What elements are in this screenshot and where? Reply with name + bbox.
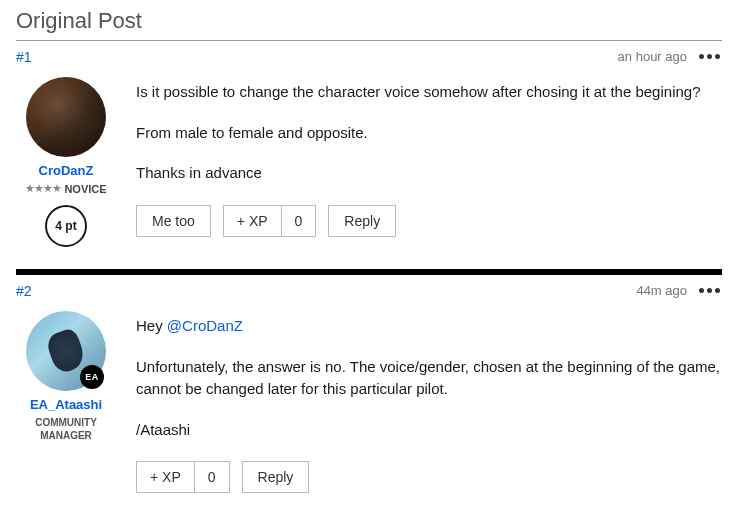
more-options-icon[interactable] [697,52,722,61]
post-header: #1 an hour ago [16,49,722,65]
post-paragraph: Thanks in advance [136,162,722,185]
xp-button[interactable]: + XP [223,205,282,237]
post-actions: Me too + XP 0 Reply [136,205,722,237]
xp-button[interactable]: + XP [136,461,195,493]
reply-button[interactable]: Reply [328,205,396,237]
post: EA EA_Ataashi COMMUNITY MANAGER Hey @Cro… [16,305,722,507]
greeting-text: Hey [136,317,167,334]
author-sidebar: CroDanZ ★★★★ NOVICE 4 pt [16,77,116,247]
post-paragraph: Unfortunately, the answer is no. The voi… [136,356,722,401]
post-paragraph: /Ataashi [136,419,722,442]
username-link[interactable]: EA_Ataashi [30,397,102,412]
role-label: COMMUNITY MANAGER [16,416,116,442]
post-divider [16,269,722,275]
post-paragraph: From male to female and opposite. [136,122,722,145]
post-paragraph: Is it possible to change the character v… [136,81,722,104]
ea-badge-icon: EA [80,365,104,389]
reply-button[interactable]: Reply [242,461,310,493]
post-content: Is it possible to change the character v… [136,77,722,247]
post-actions: + XP 0 Reply [136,461,722,493]
timestamp: an hour ago [618,49,687,64]
post: CroDanZ ★★★★ NOVICE 4 pt Is it possible … [16,71,722,261]
post-header: #2 44m ago [16,283,722,299]
me-too-button[interactable]: Me too [136,205,211,237]
post-number-link[interactable]: #2 [16,283,32,299]
avatar[interactable] [26,77,106,157]
points-badge: 4 pt [45,205,87,247]
rank-label: NOVICE [64,183,106,195]
post-number-link[interactable]: #1 [16,49,32,65]
author-sidebar: EA EA_Ataashi COMMUNITY MANAGER [16,311,116,493]
timestamp: 44m ago [636,283,687,298]
xp-group: + XP 0 [136,461,230,493]
stars-icon: ★★★★ [25,182,61,195]
post-paragraph: Hey @CroDanZ [136,315,722,338]
username-link[interactable]: CroDanZ [39,163,94,178]
xp-count: 0 [282,205,317,237]
xp-group: + XP 0 [223,205,317,237]
rank-row: ★★★★ NOVICE [25,182,106,195]
user-mention-link[interactable]: @CroDanZ [167,317,243,334]
post-content: Hey @CroDanZ Unfortunately, the answer i… [136,311,722,493]
xp-count: 0 [195,461,230,493]
section-title: Original Post [16,8,722,41]
more-options-icon[interactable] [697,286,722,295]
